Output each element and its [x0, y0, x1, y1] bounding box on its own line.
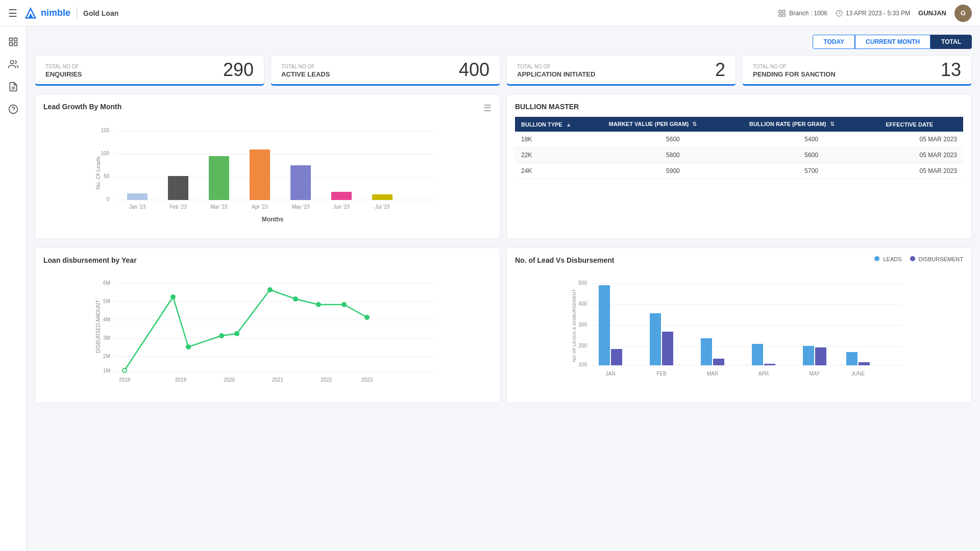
nav-separator	[77, 7, 77, 19]
user-name: GUNJAN	[918, 9, 946, 17]
cell-bullion-rate: 5600	[743, 147, 879, 163]
svg-text:400: 400	[578, 301, 587, 307]
sidebar-item-dashboard[interactable]	[4, 33, 22, 51]
cell-effective-date: 05 MAR 2023	[879, 132, 963, 147]
svg-text:DISBURSED AMOUNT: DISBURSED AMOUNT	[95, 300, 101, 353]
loan-disbursement-chart: 6M 5M 4M 3M 2M 1M	[43, 270, 492, 393]
svg-text:5M: 5M	[103, 298, 110, 304]
app-initiated-label-top: TOTAL NO OF	[517, 64, 725, 69]
svg-text:Feb '23: Feb '23	[169, 204, 186, 210]
pending-sanction-label-top: TOTAL NO OF	[753, 64, 961, 69]
svg-text:300: 300	[578, 322, 587, 328]
svg-text:May '23: May '23	[292, 204, 310, 210]
enquiries-label-bottom: ENQUIRIES	[45, 70, 254, 78]
svg-text:NO OF LEADS & DISBURSEMENT: NO OF LEADS & DISBURSEMENT	[572, 289, 577, 362]
svg-rect-90	[859, 362, 870, 365]
avatar: G	[954, 5, 972, 22]
charts-row-1: ☰ Lead Growth By Month 150 100 50 0 Jan …	[35, 94, 972, 239]
svg-text:2023: 2023	[361, 377, 373, 383]
col-market-value[interactable]: MARKET VALUE (PER GRAM) ⇅	[603, 117, 743, 132]
lead-growth-chart: 150 100 50 0 Jan '23 Feb '23 Mar '23	[43, 117, 492, 229]
users-icon	[8, 59, 18, 69]
cell-type: 18K	[515, 132, 603, 147]
clock-icon	[836, 10, 843, 17]
tab-current-month[interactable]: CURRENT MONTH	[855, 35, 930, 49]
main-content: TODAY CURRENT MONTH TOTAL TOTAL NO OF EN…	[27, 27, 980, 551]
svg-rect-86	[764, 364, 775, 365]
active-leads-value: 400	[459, 59, 489, 81]
pending-sanction-label-bottom: PENDING FOR SANCTION	[753, 70, 961, 78]
svg-text:1M: 1M	[103, 368, 110, 373]
disbursement-dot	[910, 256, 915, 261]
svg-text:100: 100	[578, 362, 587, 367]
svg-point-59	[316, 303, 321, 307]
svg-point-56	[235, 332, 239, 336]
svg-rect-83	[701, 338, 712, 365]
logo: nimble	[23, 6, 70, 20]
svg-rect-3	[783, 10, 786, 13]
datetime-label: 13 APR 2023 - 5:33 PM	[846, 10, 910, 17]
svg-text:MAY: MAY	[810, 371, 820, 377]
svg-point-61	[365, 315, 369, 319]
legend-leads: LEADS	[874, 256, 901, 262]
svg-rect-85	[752, 344, 763, 365]
legend-disbursement: DISBURSEMENT	[910, 256, 963, 262]
svg-rect-8	[14, 38, 17, 41]
table-row: 24K 5900 5700 05 MAR 2023	[515, 163, 963, 179]
svg-rect-32	[290, 165, 311, 200]
svg-rect-30	[250, 149, 270, 200]
svg-text:2021: 2021	[272, 377, 284, 383]
app-name: nimble	[41, 8, 70, 18]
topnav: ☰ nimble Gold Loan Branch : 1006 13 APR …	[0, 0, 980, 27]
stat-card-enquiries: TOTAL NO OF ENQUIRIES 290	[35, 55, 264, 86]
cell-type: 22K	[515, 147, 603, 163]
cell-market-value: 5600	[603, 132, 743, 147]
svg-text:FEB: FEB	[656, 371, 667, 377]
svg-rect-88	[815, 347, 826, 365]
enquiries-label-top: TOTAL NO OF	[45, 64, 254, 69]
sidebar-item-users[interactable]	[4, 55, 22, 73]
svg-text:2019: 2019	[175, 377, 187, 383]
module-title: Gold Loan	[83, 9, 118, 17]
svg-text:150: 150	[101, 128, 109, 133]
leads-dot	[874, 256, 879, 261]
tab-total[interactable]: TOTAL	[930, 35, 972, 49]
col-bullion-rate[interactable]: BULLION RATE (PER GRAM) ⇅	[743, 117, 879, 132]
svg-rect-28	[209, 156, 229, 200]
stat-card-pending-sanction: TOTAL NO OF PENDING FOR SANCTION 13	[742, 55, 972, 86]
svg-text:100: 100	[101, 151, 109, 156]
file-icon	[8, 82, 18, 92]
chart-menu-icon[interactable]: ☰	[483, 103, 492, 114]
col-effective-date[interactable]: EFFECTIVE DATE	[879, 117, 963, 132]
bullion-master-card: BULLION MASTER BULLION TYPE ▲ MARKET VAL…	[506, 94, 972, 239]
tab-today[interactable]: TODAY	[813, 35, 855, 49]
svg-text:MAR: MAR	[707, 371, 718, 377]
svg-text:3M: 3M	[103, 335, 110, 341]
pending-sanction-value: 13	[941, 59, 961, 81]
datetime: 13 APR 2023 - 5:33 PM	[836, 10, 910, 17]
svg-rect-84	[713, 359, 724, 365]
active-leads-label-bottom: ACTIVE LEADS	[281, 70, 489, 78]
lead-vs-disbursement-chart: 500 400 300 200 100	[515, 274, 963, 387]
lead-vs-disbursement-card: No. of Lead Vs Disbursement LEADS DISBUR…	[506, 247, 972, 403]
sidebar-item-documents[interactable]	[4, 78, 22, 96]
svg-rect-24	[127, 193, 148, 200]
cell-bullion-rate: 5400	[743, 132, 879, 147]
lead-growth-card: ☰ Lead Growth By Month 150 100 50 0 Jan …	[35, 94, 500, 239]
sidebar-item-help[interactable]	[4, 100, 22, 118]
enquiries-value: 290	[223, 59, 254, 81]
branch-info: Branch : 1006	[778, 9, 827, 17]
nav-right: Branch : 1006 13 APR 2023 - 5:33 PM GUNJ…	[778, 5, 972, 22]
svg-point-55	[219, 334, 224, 338]
svg-text:Jan '23: Jan '23	[129, 204, 145, 210]
hamburger-menu[interactable]: ☰	[8, 7, 17, 19]
logo-icon	[23, 6, 38, 20]
app-initiated-value: 2	[715, 59, 725, 81]
branch-label: Branch : 1006	[789, 10, 827, 17]
svg-text:APR: APR	[758, 371, 769, 377]
svg-text:JAN: JAN	[606, 371, 616, 377]
col-bullion-type[interactable]: BULLION TYPE ▲	[515, 117, 603, 132]
svg-text:500: 500	[578, 280, 587, 286]
svg-text:Jul '23: Jul '23	[375, 204, 390, 210]
svg-text:2018: 2018	[119, 377, 131, 383]
